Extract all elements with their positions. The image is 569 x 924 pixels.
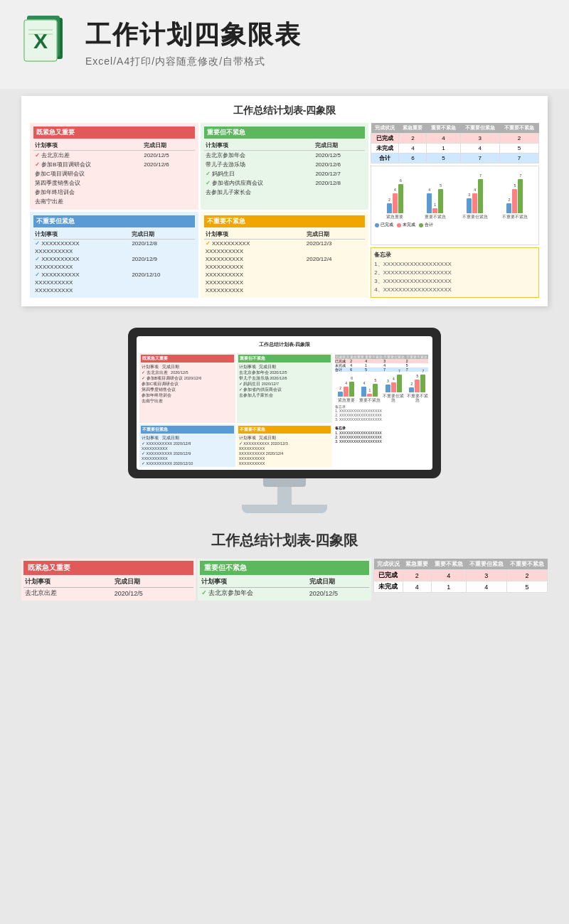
bottom-stats-table: 完成状况 紧急重要 重要不紧急 不重要但紧急 不重要不紧急 已完成 2 4 3 … <box>373 559 548 593</box>
stats-table: 完成状况 紧急重要 重要不紧急 不重要但紧急 不重要不紧急 已完成 2 4 3 … <box>371 123 539 163</box>
mini-quadrant-grid: 既紧急又重要 计划事项 完成日期 ✓ 去北京出差 2020/12/5 ✓ 参加B… <box>139 353 430 467</box>
note-2: 2、XXXXXXXXXXXXXXXXXX <box>374 269 536 277</box>
q2-col1: 计划事项 <box>204 141 314 151</box>
bottom-q1-header: 既紧急又重要 <box>23 561 193 575</box>
notes-title: 备忘录 <box>374 251 536 259</box>
title-block: 工作计划四象限表 Excel/A4打印/内容随意修改/自带格式 <box>85 18 548 68</box>
q2-col2: 完成日期 <box>314 141 365 151</box>
monitor-section: 工作总结计划表-四象限 既紧急又重要 计划事项 完成日期 ✓ 去北京出差 202… <box>0 313 569 520</box>
mini-q4: 不重要不紧急 计划事项 完成日期 ✓ XXXXXXXXXX 2020/12/3 … <box>237 424 333 467</box>
q1-col2: 完成日期 <box>142 141 194 151</box>
note-4: 4、XXXXXXXXXXXXXXXXXX <box>374 286 536 294</box>
monitor-stand-base <box>242 505 327 513</box>
bottom-right-panel: 完成状况 紧急重要 重要不紧急 不重要但紧急 不重要不紧急 已完成 2 4 3 … <box>373 559 548 603</box>
excel-icon: X <box>21 14 71 71</box>
mini-q3: 不重要但紧急 计划事项 完成日期 ✓ XXXXXXXXXX 2020/12/8 … <box>139 424 235 467</box>
note-1: 1、XXXXXXXXXXXXXXXXXX <box>374 260 536 269</box>
bottom-sheet-title: 工作总结计划表-四象限 <box>21 531 548 550</box>
notes-box: 备忘录 1、XXXXXXXXXXXXXXXXXX 2、XXXXXXXXXXXXX… <box>371 247 539 298</box>
subtitle: Excel/A4打印/内容随意修改/自带格式 <box>85 55 548 68</box>
sheet-preview-flat: 工作总结计划表-四象限 既紧急又重要 计划事项 完成日期 ✓ 去北京出差2020… <box>21 96 548 306</box>
svg-text:X: X <box>33 29 48 53</box>
bar-chart: 246紧急重要415重要不紧急347不重要但紧急257不重要不紧急 <box>375 170 535 220</box>
main-title: 工作计划四象限表 <box>85 18 548 53</box>
bottom-q2: 重要但不紧急 计划事项 完成日期 ✓ 去北京参加年会2020/12/5 <box>198 559 372 601</box>
bottom-section: 工作总结计划表-四象限 既紧急又重要 计划事项 完成日期 去北京出差2020/1… <box>0 520 569 617</box>
quadrant-not-urgent-not-important: 不重要不紧急 计划事项 完成日期 ✓ XXXXXXXXXX2020/12/3 X… <box>201 212 369 298</box>
quadrant-grid: 既紧急又重要 计划事项 完成日期 ✓ 去北京出差2020/12/5 ✓ 参加B项… <box>30 123 539 298</box>
bottom-q2-header: 重要但不紧急 <box>200 561 370 575</box>
quadrant-urgent-important: 既紧急又重要 计划事项 完成日期 ✓ 去北京出差2020/12/5 ✓ 参加B项… <box>30 123 198 210</box>
mini-q2: 重要但不紧急 计划事项 完成日期 去北京参加年会 2020/12/5 带儿子去游… <box>237 353 333 423</box>
bar-chart-container: 246紧急重要415重要不紧急347不重要但紧急257不重要不紧急 已完成 未完… <box>371 166 539 245</box>
quadrant-urgent-not-important: 不重要但紧急 计划事项 完成日期 ✓ XXXXXXXXXX2020/12/8 X… <box>30 212 198 298</box>
mini-sheet: 工作总结计划表-四象限 既紧急又重要 计划事项 完成日期 ✓ 去北京出差 202… <box>137 336 432 470</box>
monitor-stand-pole <box>277 487 292 505</box>
monitor-wrap: 工作总结计划表-四象限 既紧急又重要 计划事项 完成日期 ✓ 去北京出差 202… <box>128 328 441 513</box>
quadrant-important-not-urgent: 重要但不紧急 计划事项 完成日期 去北京参加年会2020/12/5 带儿子去游乐… <box>201 123 369 210</box>
sheet-preview-title: 工作总结计划表-四象限 <box>30 104 539 117</box>
mini-notes2: 备忘录 1. XXXXXXXXXXXXXXXXXX 2. XXXXXXXXXXX… <box>334 424 430 467</box>
monitor-screen: 工作总结计划表-四象限 既紧急又重要 计划事项 完成日期 ✓ 去北京出差 202… <box>137 336 432 470</box>
bottom-grid: 既紧急又重要 计划事项 完成日期 去北京出差2020/12/5 重要但不紧急 计… <box>21 559 548 603</box>
right-panel: 完成状况 紧急重要 重要不紧急 不重要但紧急 不重要不紧急 已完成 2 4 3 … <box>371 123 539 298</box>
monitor-body: 工作总结计划表-四象限 既紧急又重要 计划事项 完成日期 ✓ 去北京出差 202… <box>128 328 441 478</box>
top-header: X 工作计划四象限表 Excel/A4打印/内容随意修改/自带格式 <box>0 0 569 89</box>
mini-stats: 完成状况紧急重要重要不紧急不重要但紧急不重要不紧急 已完成2432 未完成414… <box>334 353 430 423</box>
q2-header: 重要但不紧急 <box>204 127 366 139</box>
monitor-stand-top <box>263 478 306 487</box>
mini-sheet-title: 工作总结计划表-四象限 <box>139 339 430 350</box>
q3-header: 不重要但紧急 <box>33 215 195 227</box>
q1-header: 既紧急又重要 <box>33 127 195 139</box>
q1-col1: 计划事项 <box>33 141 142 151</box>
note-3: 3、XXXXXXXXXXXXXXXXXX <box>374 277 536 286</box>
bottom-q1: 既紧急又重要 计划事项 完成日期 去北京出差2020/12/5 <box>21 559 196 601</box>
chart-legend: 已完成 未完成 合计 <box>375 222 535 228</box>
mini-q1: 既紧急又重要 计划事项 完成日期 ✓ 去北京出差 2020/12/5 ✓ 参加B… <box>139 353 235 423</box>
q4-header: 不重要不紧急 <box>204 215 366 227</box>
